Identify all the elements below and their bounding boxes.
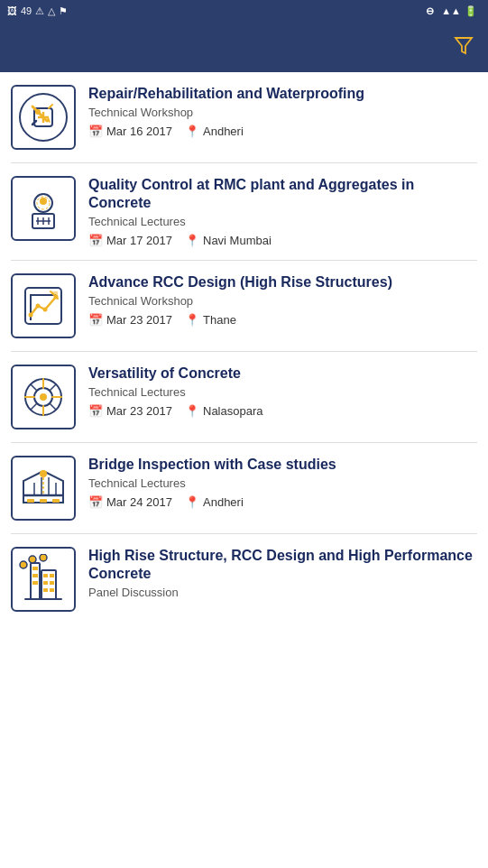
svg-rect-28 [50,574,54,577]
svg-rect-26 [32,581,38,585]
item-type: Technical Workshop [88,106,477,119]
list-item[interactable]: Quality Control at RMC plant and Aggrega… [0,163,488,260]
calendar-icon: 📅 [88,125,103,138]
svg-point-10 [29,313,33,318]
item-date: 📅 Mar 23 2017 [88,313,172,327]
status-bar-left: 🖼 49 ⚠ △ ⚑ [7,5,68,17]
svg-rect-24 [32,567,38,570]
status-icon-flag: ⚑ [59,5,68,17]
item-type: Technical Workshop [88,294,477,308]
item-location: 📍 Nalasopara [185,404,263,418]
item-icon-rcc [11,273,76,338]
network-icon: ▲▲ [441,5,461,16]
item-content: Versatility of ConcreteTechnical Lecture… [88,365,477,418]
item-location: 📍 Andheri [185,495,244,509]
item-meta: 📅 Mar 23 2017📍 Nalasopara [88,404,477,418]
item-content: High Rise Structure, RCC Design and High… [88,547,477,605]
item-title: Advance RCC Design (High Rise Structures… [88,273,477,291]
list-item[interactable]: Advance RCC Design (High Rise Structures… [0,261,488,351]
location-icon: 📍 [185,234,199,247]
svg-point-18 [40,470,47,477]
calendar-icon: 📅 [88,495,103,509]
list-item[interactable]: Bridge Inspection with Case studiesTechn… [0,443,488,533]
location-icon: 📍 [185,404,199,418]
svg-point-33 [20,561,27,568]
svg-rect-31 [43,588,48,592]
status-bar-right: ⊖ ▲▲ 🔋 [426,5,481,17]
svg-rect-27 [43,574,48,577]
list-item[interactable]: Repair/Rehabilitation and WaterproofingT… [0,72,488,162]
item-icon-repair [11,85,76,150]
status-icon-photo: 🖼 [7,5,17,16]
item-icon-quality [11,176,76,241]
svg-rect-21 [52,499,60,503]
item-location: 📍 Navi Mumbai [185,234,272,247]
svg-point-11 [36,304,41,309]
item-icon-concrete [11,365,76,429]
item-date: 📅 Mar 23 2017 [88,404,172,418]
item-content: Repair/Rehabilitation and WaterproofingT… [88,85,477,138]
item-title: Quality Control at RMC plant and Aggrega… [88,176,477,212]
filter-button[interactable] [445,35,474,60]
calendar-icon: 📅 [88,234,103,247]
item-content: Advance RCC Design (High Rise Structures… [88,273,477,327]
item-type: Panel Discussion [88,586,477,599]
item-meta: 📅 Mar 23 2017📍 Thane [88,313,477,327]
svg-rect-25 [32,574,38,577]
svg-point-34 [29,556,36,563]
svg-marker-0 [456,38,472,53]
item-meta: 📅 Mar 17 2017📍 Navi Mumbai [88,234,477,247]
item-date: 📅 Mar 16 2017 [88,125,172,138]
status-number: 49 [21,5,32,16]
location-icon: 📍 [185,495,199,509]
location-icon: 📍 [185,125,199,138]
svg-point-12 [43,308,48,312]
signal-icon: ⊖ [426,5,434,17]
list-item[interactable]: Versatility of ConcreteTechnical Lecture… [0,352,488,442]
item-title: Repair/Rehabilitation and Waterproofing [88,85,477,103]
status-icon-alert: △ [48,5,55,17]
item-location: 📍 Andheri [185,125,244,138]
item-type: Technical Lectures [88,476,477,490]
item-content: Bridge Inspection with Case studiesTechn… [88,456,477,509]
item-meta: 📅 Mar 24 2017📍 Andheri [88,495,477,509]
item-icon-highrise [11,547,76,612]
svg-rect-30 [50,581,54,585]
item-title: Versatility of Concrete [88,365,477,383]
location-icon: 📍 [185,313,199,327]
item-title: High Rise Structure, RCC Design and High… [88,547,477,583]
status-icon-warning: ⚠ [35,5,44,17]
list-item[interactable]: High Rise Structure, RCC Design and High… [0,534,488,624]
svg-rect-20 [40,499,47,503]
svg-rect-32 [50,588,54,592]
program-list: Repair/Rehabilitation and WaterproofingT… [0,72,488,624]
item-title: Bridge Inspection with Case studies [88,456,477,474]
item-type: Technical Lectures [88,215,477,228]
calendar-icon: 📅 [88,313,103,327]
item-type: Technical Lectures [88,385,477,399]
item-meta: 📅 Mar 16 2017📍 Andheri [88,125,477,138]
app-header [0,22,488,72]
calendar-icon: 📅 [88,404,103,418]
svg-rect-19 [27,499,34,503]
status-bar: 🖼 49 ⚠ △ ⚑ ⊖ ▲▲ 🔋 [0,0,488,22]
item-date: 📅 Mar 24 2017 [88,495,172,509]
item-icon-bridge [11,456,76,521]
battery-icon: 🔋 [465,5,477,17]
svg-rect-29 [43,581,48,585]
item-date: 📅 Mar 17 2017 [88,234,172,247]
item-content: Quality Control at RMC plant and Aggrega… [88,176,477,247]
svg-point-35 [40,554,47,561]
svg-point-17 [40,393,47,401]
svg-point-6 [40,198,47,205]
item-location: 📍 Thane [185,313,236,327]
